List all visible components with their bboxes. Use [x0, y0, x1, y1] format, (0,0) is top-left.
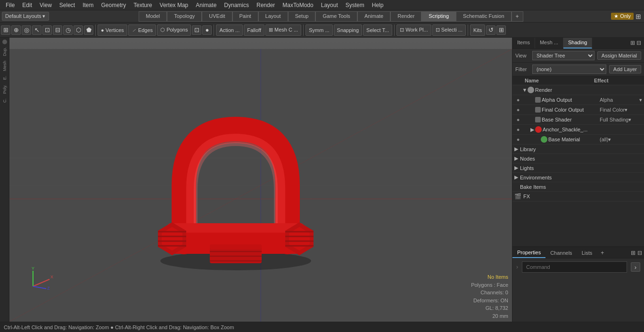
- tab-plus-button[interactable]: +: [512, 11, 523, 22]
- rp-tab-mesh[interactable]: Mesh ...: [535, 38, 563, 49]
- eye-base-material[interactable]: ●: [514, 136, 522, 143]
- menu-layout[interactable]: Layout: [317, 1, 342, 9]
- arrow-render[interactable]: ▼: [522, 87, 528, 93]
- toolbar-icon-13[interactable]: ⊞: [496, 25, 506, 35]
- selecti-button[interactable]: ⊡ Selecti ...: [432, 24, 466, 36]
- tree-row-final-color[interactable]: ● Final Color Output Final Color ▾: [512, 105, 644, 115]
- menu-help[interactable]: Help: [368, 1, 388, 9]
- mesh-c-button[interactable]: ⊞ Mesh C ...: [265, 24, 301, 36]
- tab-animate[interactable]: Animate: [357, 11, 390, 22]
- menu-edit[interactable]: Edit: [18, 1, 36, 9]
- tab-topology[interactable]: Topology: [167, 11, 202, 22]
- menu-file[interactable]: File: [2, 1, 18, 9]
- tab-uvedit[interactable]: UVEdit: [202, 11, 232, 22]
- toolbar-icon-8[interactable]: ⬡: [74, 25, 83, 35]
- eye-render[interactable]: [514, 86, 522, 94]
- toolbar-icon-5[interactable]: ⊡: [42, 25, 52, 35]
- rp-expand-icon[interactable]: ⊞ ⊟: [627, 38, 644, 49]
- bp-ctrl-expand[interactable]: ⊞: [631, 250, 636, 256]
- bp-tab-plus[interactable]: +: [597, 248, 608, 258]
- tree-row-anchor-shackle[interactable]: ● ▶ Anchor_Shackle_...: [512, 125, 644, 135]
- tab-game-tools[interactable]: Game Tools: [315, 11, 357, 22]
- bp-tab-lists[interactable]: Lists: [577, 248, 597, 258]
- tree-row-base-material[interactable]: ● Base Material (all) ▾: [512, 135, 644, 145]
- menu-maxtomodo[interactable]: MaxToModo: [279, 1, 317, 9]
- snapping-button[interactable]: Snapping: [334, 24, 363, 36]
- toolbar-icon-4[interactable]: ↖: [32, 25, 41, 35]
- vertices-button[interactable]: ● Vertices: [98, 24, 127, 36]
- menu-render[interactable]: Render: [253, 1, 279, 9]
- symm-button[interactable]: Symm ...: [305, 24, 332, 36]
- eye-alpha[interactable]: ●: [514, 96, 522, 104]
- bp-arrow-left[interactable]: ›: [516, 264, 518, 270]
- bp-ctrl-pin[interactable]: ⊟: [637, 250, 642, 256]
- kits-button[interactable]: Kits: [470, 24, 485, 36]
- eye-base-shader[interactable]: ●: [514, 116, 522, 123]
- polygons-button[interactable]: ⬡ Polygons: [157, 24, 191, 36]
- menu-dynamics[interactable]: Dynamics: [220, 1, 253, 9]
- command-input[interactable]: [522, 261, 627, 273]
- section-bake-items[interactable]: ▶ Bake Items: [512, 182, 644, 192]
- viewport[interactable]: Perspective Default Viewport Textures ⤢ …: [9, 38, 512, 322]
- toolbar-icon-10[interactable]: ⊡: [192, 25, 201, 35]
- tree-row-render[interactable]: ▼ Render: [512, 85, 644, 95]
- toolbar-icon-6[interactable]: ⊟: [53, 25, 62, 35]
- assign-material-button[interactable]: Assign Material: [597, 51, 641, 60]
- sidebar-label-poly[interactable]: Poly.: [2, 83, 7, 96]
- tab-render[interactable]: Render: [390, 11, 421, 22]
- work-pl-button[interactable]: ⊡ Work Pl...: [396, 24, 431, 36]
- rp-tab-shading[interactable]: Shading: [563, 38, 592, 49]
- star-only-badge[interactable]: ★ Only: [611, 13, 634, 20]
- section-nodes[interactable]: ▶ Nodes: [512, 154, 644, 163]
- menu-geometry[interactable]: Geometry: [98, 1, 130, 9]
- default-layouts-dropdown[interactable]: Default Layouts ▾: [2, 12, 49, 21]
- arrow-anchor-shackle[interactable]: ▶: [529, 127, 535, 132]
- add-layer-button[interactable]: Add Layer: [609, 65, 641, 73]
- bp-tab-properties[interactable]: Properties: [512, 248, 545, 258]
- command-submit-icon[interactable]: ›: [631, 262, 640, 272]
- toolbar-icon-2[interactable]: ⊕: [11, 25, 21, 35]
- rp-tab-items[interactable]: Items: [512, 38, 535, 49]
- toolbar-icon-1[interactable]: ⊞: [1, 25, 10, 35]
- toolbar-icon-7[interactable]: ◷: [63, 25, 73, 35]
- toolbar-icon-11[interactable]: ●: [202, 25, 212, 35]
- action-button[interactable]: Action ...: [216, 24, 243, 36]
- tree-row-alpha[interactable]: ● Alpha Output Alpha ▾: [512, 95, 644, 105]
- menu-texture[interactable]: Texture: [130, 1, 156, 9]
- section-lights[interactable]: ▶ Lights: [512, 163, 644, 173]
- sidebar-label-dup[interactable]: Dup.: [2, 45, 7, 58]
- rp-view-dropdown[interactable]: Shader Tree: [532, 51, 594, 60]
- menu-view[interactable]: View: [36, 1, 56, 9]
- bp-tab-channels[interactable]: Channels: [545, 248, 577, 258]
- tab-schematic-fusion[interactable]: Schematic Fusion: [456, 11, 511, 22]
- eye-final-color[interactable]: ●: [514, 106, 522, 113]
- menu-select[interactable]: Select: [56, 1, 79, 9]
- menu-item[interactable]: Item: [79, 1, 97, 9]
- section-fx[interactable]: 🎬 FX: [512, 192, 644, 202]
- tab-scripting[interactable]: Scripting: [421, 11, 456, 22]
- tab-layout[interactable]: Layout: [258, 11, 288, 22]
- sidebar-label-c[interactable]: C.: [2, 97, 7, 105]
- toolbar-icon-9[interactable]: ⬟: [84, 25, 93, 35]
- toolbar-icon-12[interactable]: ↺: [486, 25, 495, 35]
- sidebar-label-mesh[interactable]: Mesh: [2, 59, 7, 73]
- menu-vertex-map[interactable]: Vertex Map: [156, 1, 192, 9]
- section-library[interactable]: ▶ Library: [512, 145, 644, 154]
- expand-icon[interactable]: ⊞: [636, 13, 641, 20]
- toolbar-icon-3[interactable]: ◎: [22, 25, 31, 35]
- section-environments[interactable]: ▶ Environments: [512, 173, 644, 182]
- menu-animate[interactable]: Animate: [192, 1, 220, 9]
- falloff-button[interactable]: Falloff: [244, 24, 264, 36]
- tab-setup[interactable]: Setup: [288, 11, 316, 22]
- menu-system[interactable]: System: [342, 1, 368, 9]
- viewport-canvas[interactable]: X Y Z No Items Polygons : Face Channels:…: [9, 49, 512, 322]
- select-t-button[interactable]: Select T...: [363, 24, 392, 36]
- tree-row-base-shader[interactable]: ● Base Shader Full Shading ▾: [512, 115, 644, 125]
- sidebar-dot-1[interactable]: [2, 40, 7, 44]
- edges-button[interactable]: ⟋ Edges: [128, 24, 156, 36]
- eye-anchor-shackle[interactable]: ●: [514, 126, 522, 133]
- tab-paint[interactable]: Paint: [232, 11, 258, 22]
- sidebar-label-e[interactable]: E.: [2, 74, 7, 82]
- rp-filter-dropdown[interactable]: (none): [532, 65, 606, 74]
- tab-model[interactable]: Model: [139, 11, 167, 22]
